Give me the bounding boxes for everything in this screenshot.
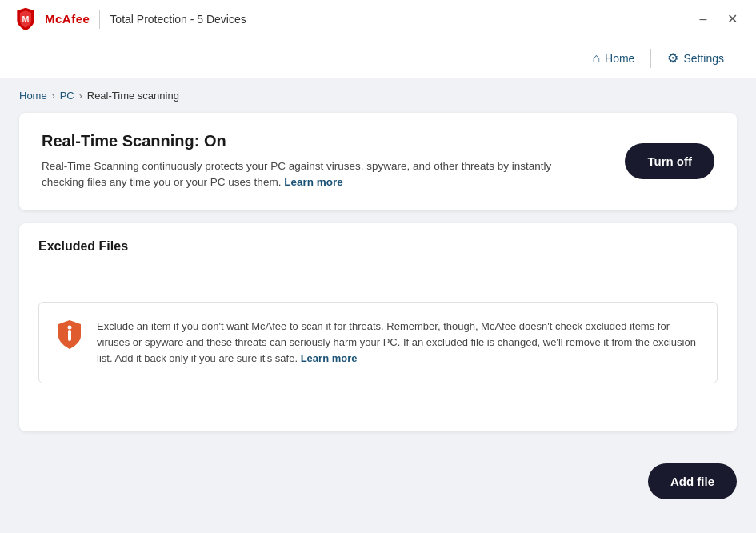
mcafee-shield-icon: M	[13, 6, 38, 32]
excluded-files-card: Excluded Files Exclude an item if you do…	[19, 223, 737, 431]
scan-card-content: Real-Time Scanning: On Real-Time Scannin…	[42, 132, 586, 191]
settings-nav-label: Settings	[683, 52, 724, 65]
excluded-info-body: Exclude an item if you don't want McAfee…	[97, 320, 696, 364]
breadcrumb-pc[interactable]: PC	[60, 90, 74, 102]
shield-info-icon	[55, 319, 84, 351]
mcafee-logo: M McAfee	[13, 6, 90, 32]
title-bar: M McAfee Total Protection - 5 Devices – …	[0, 0, 756, 38]
excluded-learn-more-link[interactable]: Learn more	[301, 352, 358, 364]
home-nav-link[interactable]: ⌂ Home	[579, 45, 647, 72]
excluded-files-title: Excluded Files	[38, 239, 718, 254]
info-icon-wrap	[55, 319, 84, 351]
breadcrumb-current: Real-Time scanning	[87, 90, 179, 102]
title-bar-left: M McAfee Total Protection - 5 Devices	[13, 6, 246, 32]
scan-card: Real-Time Scanning: On Real-Time Scannin…	[19, 113, 737, 210]
settings-nav-link[interactable]: ⚙ Settings	[654, 44, 737, 72]
svg-rect-1	[68, 330, 71, 341]
breadcrumb-sep-2: ›	[79, 90, 82, 102]
turn-off-button[interactable]: Turn off	[625, 143, 714, 179]
window-title: Total Protection - 5 Devices	[110, 13, 246, 26]
breadcrumb-sep-1: ›	[52, 90, 55, 102]
home-icon: ⌂	[592, 51, 600, 66]
top-nav: ⌂ Home ⚙ Settings	[0, 38, 756, 78]
nav-links: ⌂ Home ⚙ Settings	[579, 44, 737, 72]
title-bar-controls: – ✕	[692, 8, 743, 30]
minimize-button[interactable]: –	[692, 8, 714, 30]
svg-point-2	[68, 325, 72, 329]
home-nav-label: Home	[605, 52, 634, 65]
app-title: McAfee	[45, 12, 90, 26]
nav-divider	[650, 49, 651, 68]
title-divider	[99, 10, 100, 29]
add-file-wrap: Add file	[0, 451, 756, 499]
breadcrumb: Home › PC › Real-Time scanning	[0, 78, 756, 113]
close-button[interactable]: ✕	[721, 8, 743, 30]
breadcrumb-home[interactable]: Home	[19, 90, 47, 102]
svg-text:M: M	[22, 14, 30, 23]
scan-description: Real-Time Scanning continuously protects…	[42, 158, 586, 191]
excluded-files-info-text: Exclude an item if you don't want McAfee…	[97, 319, 701, 367]
add-file-button[interactable]: Add file	[648, 463, 737, 499]
excluded-files-info-box: Exclude an item if you don't want McAfee…	[38, 302, 718, 383]
scan-title: Real-Time Scanning: On	[42, 132, 586, 150]
main-content: Real-Time Scanning: On Real-Time Scannin…	[0, 113, 756, 451]
settings-icon: ⚙	[667, 50, 678, 66]
scan-learn-more-link[interactable]: Learn more	[284, 176, 343, 188]
